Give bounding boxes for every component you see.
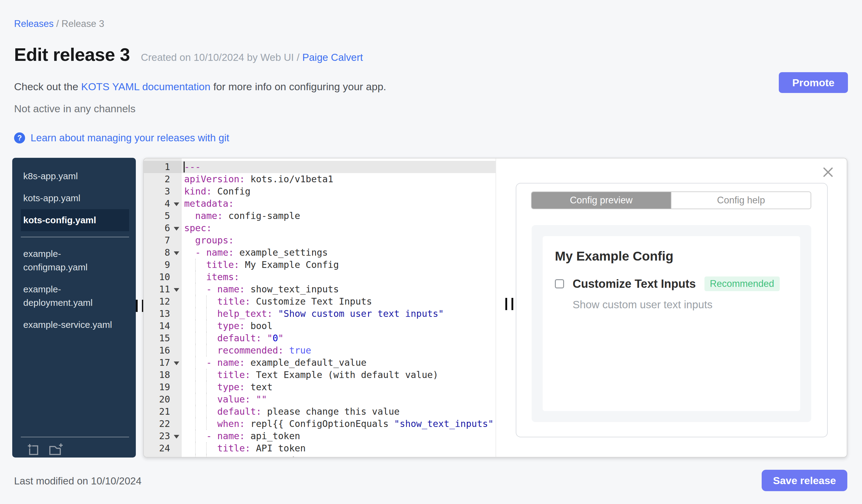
gutter-line-18: 18 (144, 369, 182, 381)
code-line-20: value: "" (182, 393, 496, 406)
code-line-5: name: config-sample (182, 210, 496, 222)
indent-guide (206, 406, 207, 418)
git-help-link[interactable]: Learn about managing your releases with … (30, 132, 229, 144)
indent-guide (195, 357, 196, 369)
code-line-23: - name: api_token (182, 430, 496, 442)
gutter-line-13: 13 (144, 308, 182, 320)
code-line-1: --- (182, 161, 496, 173)
indent-guide (195, 442, 196, 454)
code-line-13: help_text: "Show custom user text inputs… (182, 308, 496, 320)
code-line-17: - name: example_default_value (182, 357, 496, 369)
recommended-badge: Recommended (704, 277, 780, 291)
code-line-25: type: password (182, 454, 496, 457)
gutter-line-6: 6 (144, 222, 182, 234)
indent-guide (195, 283, 196, 295)
gutter-line-12: 12 (144, 295, 182, 308)
tab-config-help[interactable]: Config help (671, 192, 811, 209)
gutter-line-22: 22 (144, 418, 182, 430)
kots-yaml-docs-link[interactable]: KOTS YAML documentation (81, 81, 210, 92)
indent-guide (206, 308, 207, 320)
yaml-editor: 1234567891011121314151617181920212223242… (143, 158, 847, 457)
editor-resize-handle[interactable] (505, 298, 513, 310)
indent-guide (195, 430, 196, 442)
file-list: k8s-app.yamlkots-app.yamlkots-config.yam… (21, 165, 129, 437)
fold-arrow-icon[interactable] (174, 227, 179, 230)
code-line-19: type: text (182, 381, 496, 393)
indent-guide (206, 369, 207, 381)
customize-text-inputs-checkbox[interactable] (555, 279, 564, 288)
question-icon: ? (14, 132, 25, 143)
indent-guide (195, 381, 196, 393)
code-line-15: default: "0" (182, 332, 496, 344)
file-item-example-deployment.yaml[interactable]: example-deployment.yaml (21, 278, 129, 314)
fold-arrow-icon[interactable] (174, 202, 179, 206)
docs-prefix: Check out the (14, 81, 81, 92)
indent-guide (206, 442, 207, 454)
indent-guide (195, 259, 196, 271)
gutter-line-1: 1 (144, 161, 182, 173)
sidebar-resize-handle[interactable] (136, 300, 144, 312)
fold-arrow-icon[interactable] (174, 435, 179, 439)
breadcrumb-releases-link[interactable]: Releases (14, 18, 53, 29)
code-line-14: type: bool (182, 320, 496, 332)
indent-guide (206, 332, 207, 344)
indent-guide (195, 369, 196, 381)
file-sidebar: k8s-app.yamlkots-app.yamlkots-config.yam… (12, 158, 136, 457)
code-line-7: groups: (182, 234, 496, 247)
file-item-example-configmap.yaml[interactable]: example-configmap.yaml (21, 243, 129, 278)
save-release-button[interactable]: Save release (762, 470, 847, 491)
code-line-11: - name: show_text_inputs (182, 283, 496, 295)
breadcrumb: Releases / Release 3 (14, 18, 104, 29)
last-modified: Last modified on 10/10/2024 (14, 475, 141, 487)
indent-guide (195, 332, 196, 344)
fold-arrow-icon[interactable] (174, 288, 179, 292)
author-link[interactable]: Paige Calvert (302, 52, 363, 63)
indent-guide (195, 271, 196, 283)
indent-guide (206, 393, 207, 406)
indent-guide (195, 418, 196, 430)
new-file-icon[interactable] (47, 443, 64, 456)
file-item-k8s-app.yaml[interactable]: k8s-app.yaml (21, 165, 129, 187)
file-item-kots-config.yaml[interactable]: kots-config.yaml (21, 209, 129, 231)
code-line-3: kind: Config (182, 185, 496, 198)
docs-line: Check out the KOTS YAML documentation fo… (14, 81, 386, 93)
indent-guide (195, 393, 196, 406)
editor-gutter: 1234567891011121314151617181920212223242… (144, 158, 182, 457)
channel-status: Not active in any channels (14, 103, 135, 115)
file-item-example-service.yaml[interactable]: example-service.yaml (21, 314, 129, 336)
upload-file-icon[interactable] (27, 443, 40, 456)
code-line-16: recommended: true (182, 344, 496, 357)
indent-guide (195, 308, 196, 320)
promote-button[interactable]: Promote (779, 72, 848, 93)
gutter-line-20: 20 (144, 393, 182, 406)
indent-guide (206, 454, 207, 457)
indent-guide (195, 406, 196, 418)
editor-code[interactable]: ---apiVersion: kots.io/v1beta1kind: Conf… (182, 158, 496, 457)
config-group-card: My Example Config Customize Text Inputs … (543, 236, 800, 411)
code-line-10: items: (182, 271, 496, 283)
preview-tabs: Config previewConfig help (531, 191, 811, 209)
gutter-line-15: 15 (144, 332, 182, 344)
close-icon[interactable] (823, 167, 833, 177)
created-info: Created on 10/10/2024 by Web UI / Paige … (141, 52, 363, 63)
gutter-line-8: 8 (144, 247, 182, 259)
gutter-line-3: 3 (144, 185, 182, 198)
code-line-9: title: My Example Config (182, 259, 496, 271)
fold-arrow-icon[interactable] (174, 361, 179, 365)
gutter-line-11: 11 (144, 283, 182, 295)
code-line-18: title: Text Example (with default value) (182, 369, 496, 381)
gutter-line-2: 2 (144, 173, 182, 185)
indent-guide (206, 344, 207, 357)
sidebar-divider (21, 237, 129, 237)
indent-guide (206, 418, 207, 430)
file-item-kots-app.yaml[interactable]: kots-app.yaml (21, 187, 129, 209)
tab-config-preview[interactable]: Config preview (532, 192, 671, 209)
sidebar-actions (21, 437, 129, 457)
config-item-help: Show custom user text inputs (573, 299, 788, 311)
code-line-4: metadata: (182, 198, 496, 210)
gutter-line-19: 19 (144, 381, 182, 393)
gutter-line-24: 24 (144, 442, 182, 454)
code-line-2: apiVersion: kots.io/v1beta1 (182, 173, 496, 185)
fold-arrow-icon[interactable] (174, 251, 179, 255)
docs-suffix: for more info on configuring your app. (210, 81, 386, 92)
